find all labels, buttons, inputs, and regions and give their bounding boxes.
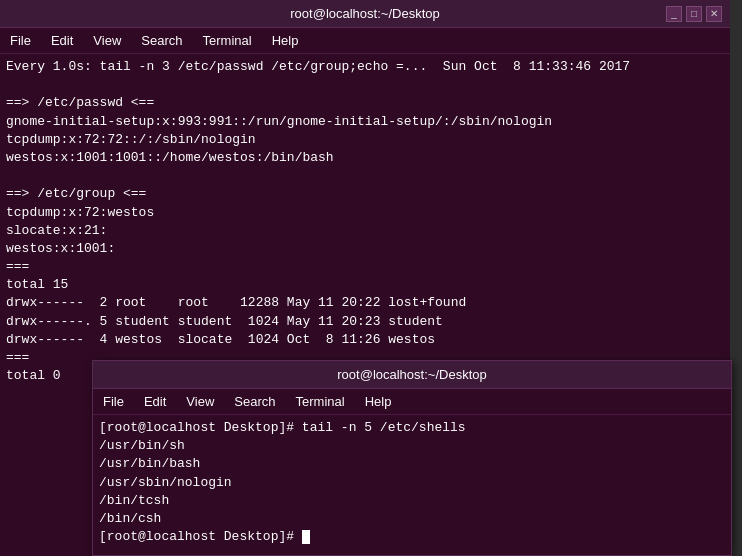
menu-search[interactable]: Search [135,31,188,50]
second-menubar: File Edit View Search Terminal Help [93,389,731,415]
second-menu-file[interactable]: File [97,392,130,411]
second-menu-terminal[interactable]: Terminal [290,392,351,411]
menu-file[interactable]: File [4,31,37,50]
minimize-button[interactable]: _ [666,6,682,22]
menu-help[interactable]: Help [266,31,305,50]
second-title: root@localhost:~/Desktop [337,367,486,382]
close-button[interactable]: ✕ [706,6,722,22]
terminal-cursor [302,530,310,544]
second-menu-search[interactable]: Search [228,392,281,411]
menu-edit[interactable]: Edit [45,31,79,50]
second-titlebar: root@localhost:~/Desktop [93,361,731,389]
main-menubar: File Edit View Search Terminal Help [0,28,730,54]
main-titlebar: root@localhost:~/Desktop _ □ ✕ [0,0,730,28]
main-title: root@localhost:~/Desktop [290,6,439,21]
second-terminal-content[interactable]: [root@localhost Desktop]# tail -n 5 /etc… [93,415,731,555]
second-menu-edit[interactable]: Edit [138,392,172,411]
menu-view[interactable]: View [87,31,127,50]
second-menu-view[interactable]: View [180,392,220,411]
maximize-button[interactable]: □ [686,6,702,22]
main-window-controls: _ □ ✕ [666,6,722,22]
second-menu-help[interactable]: Help [359,392,398,411]
second-terminal-window: root@localhost:~/Desktop File Edit View … [92,360,732,556]
menu-terminal[interactable]: Terminal [197,31,258,50]
